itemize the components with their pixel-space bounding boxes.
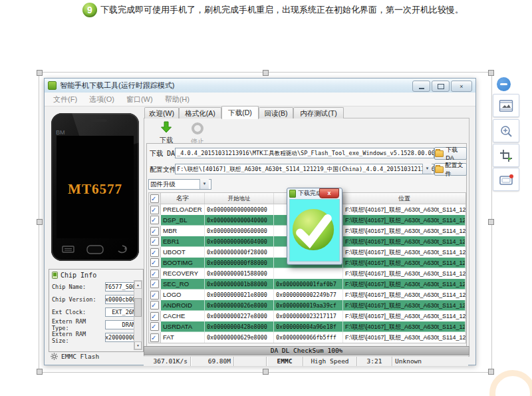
checkbox-checked-icon[interactable] (150, 322, 159, 331)
selection-handle[interactable] (37, 70, 43, 76)
dialog-close-button[interactable]: x (319, 188, 339, 198)
chevron-down-icon[interactable]: ▼ (200, 179, 209, 189)
checkbox-checked-icon[interactable] (150, 301, 159, 309)
maximize-icon (438, 84, 444, 89)
table-row[interactable]: LOGO0x00000000021e80000x0000000002249b77… (149, 290, 466, 300)
row-checkbox-cell (149, 332, 161, 343)
table-cell-name: DSP_BL (161, 215, 205, 226)
crop-button[interactable] (493, 144, 519, 167)
close-button[interactable]: × (451, 81, 472, 92)
image-preview-button[interactable] (493, 94, 519, 117)
checkbox-checked-icon[interactable] (150, 237, 159, 246)
table-row[interactable]: ANDROID0x00000000026e80000x0000000019aa3… (149, 300, 466, 311)
table-cell-loc: F:\联想\[40167]_联想_A630t_A630t_S114_121219… (343, 226, 466, 236)
chip-field-value[interactable]: EXT_26M (105, 307, 137, 317)
da-path-input[interactable]: _4.0.4_20151031213916\MTK工具教程驱动\SP_Flash… (175, 148, 434, 158)
collapse-minus-button[interactable] (497, 77, 511, 91)
status-cell-1: 69.80M (191, 357, 234, 366)
table-cell-start: 0x00000000428e8000 (205, 321, 274, 332)
table-cell-name: RECOVERY (161, 268, 205, 279)
instruction-line: 9 下载完成即可使用手机了，刷机完成手机重启，出现系统正在初始化界面，第一次开机… (82, 3, 464, 17)
selection-handle[interactable] (263, 369, 269, 375)
table-row[interactable]: RECOVERY0x0000000001588000F:\联想\[40167]_… (149, 268, 466, 279)
table-cell-start: 0x00000000629e8000 (205, 332, 274, 343)
table-row[interactable]: SEC_RO0x0000000001b880000x0000000001faf0… (149, 279, 466, 290)
scroll-up-icon[interactable]: ▲ (134, 281, 142, 289)
checkbox-checked-icon[interactable] (150, 291, 159, 299)
window-title: 智能手机下载工具(运行时跟踪模式) (60, 81, 174, 91)
phone-watermark-text: BM (56, 129, 65, 136)
tab-1[interactable]: 格式化(A) (179, 107, 221, 118)
scatter-path-combo[interactable]: F:\联想\[40167]_联想_A630t_A630t_S114_121219… (175, 164, 434, 174)
table-cell-start: 0x0000000001b88000 (205, 279, 274, 290)
checkbox-checked-icon[interactable] (150, 194, 159, 203)
table-cell-name: SEC_RO (161, 279, 205, 290)
screenshot-button[interactable] (493, 168, 519, 191)
table-row[interactable]: USRDATA0x00000000428e80000x000000004a96e… (149, 321, 466, 332)
close-icon: × (460, 83, 463, 90)
tab-4[interactable]: 内存测试(T) (293, 107, 344, 118)
minimize-button[interactable] (412, 81, 430, 92)
selection-handle[interactable] (37, 369, 43, 375)
step-number-badge: 9 (82, 3, 97, 17)
table-row[interactable]: CACHE0x00000000227e80000x000000002321711… (149, 311, 466, 321)
checkbox-checked-icon[interactable] (150, 333, 159, 342)
checkbox-checked-icon[interactable] (150, 216, 159, 224)
chip-field-label: Chip Version: (52, 296, 105, 303)
selection-handle[interactable] (488, 219, 494, 225)
checkbox-checked-icon[interactable] (150, 270, 159, 278)
window-titlebar[interactable]: 智能手机下载工具(运行时跟踪模式) (45, 79, 475, 93)
download-button[interactable]: 下载 (151, 121, 182, 145)
table-cell-name: UBOOT (161, 247, 205, 258)
selection-handle[interactable] (488, 70, 494, 76)
chevron-down-icon[interactable]: ▼ (422, 164, 432, 174)
table-cell-loc: F:\联想\[40167]_联想_A630t_A630t_S114_121219… (343, 247, 466, 258)
tab-3[interactable]: 回读(B) (259, 107, 293, 118)
checksum-progress-bar: DA DL CheckSum 100% (144, 346, 469, 355)
dialog-title: 下载完成 (298, 189, 322, 198)
menu-item-2[interactable]: 窗口(W) (120, 93, 159, 106)
da-browse-button[interactable]: 下载 DA (434, 147, 467, 160)
checkbox-checked-icon[interactable] (150, 206, 159, 214)
zoom-in-button[interactable] (493, 119, 519, 142)
app-icon (48, 81, 57, 90)
table-row[interactable]: FAT0x00000000629e80000x0000000066fb5fffF… (149, 332, 466, 343)
selection-handle[interactable] (488, 369, 494, 375)
checkbox-checked-icon[interactable] (150, 280, 159, 288)
tab-2[interactable]: 下载(D) (221, 106, 259, 119)
selection-handle[interactable] (37, 219, 43, 225)
scroll-down-icon[interactable]: ▼ (134, 341, 142, 349)
chip-scrollbar[interactable]: ▲ ▼ (134, 280, 142, 350)
maximize-button[interactable] (432, 81, 450, 92)
menu-item-0[interactable]: 文件(F) (47, 93, 83, 106)
table-cell-name: BOOTIMG (161, 258, 205, 268)
chip-field-value[interactable]: 0x20000000 (105, 333, 137, 342)
table-cell-end: 0x0000000002249b77 (274, 290, 343, 300)
row-checkbox-cell (149, 247, 161, 258)
table-cell-loc: F:\联想\[40167]_联想_A630t_A630t_S114_121219… (343, 204, 466, 215)
gear-icon (51, 353, 58, 360)
table-cell-name: MBR (161, 226, 205, 236)
dialog-body (289, 199, 340, 262)
chip-field-value[interactable]: MT6577_S00 (105, 282, 137, 292)
chip-field-value[interactable]: 0x0000cb00 (105, 295, 137, 304)
corner-watermark (489, 370, 532, 396)
selection-handle[interactable] (263, 70, 269, 76)
chip-field-value[interactable]: DRAM (105, 320, 137, 329)
status-cell-4: High Speed (303, 357, 357, 366)
table-cell-start: 0x00000000021e8000 (205, 290, 274, 300)
chip-info-panel: Chip Info Chip Name:MT6577_S00Chip Versi… (49, 269, 144, 352)
scroll-thumb[interactable] (134, 298, 142, 317)
checkbox-checked-icon[interactable] (150, 312, 159, 321)
checkbox-checked-icon[interactable] (150, 227, 159, 236)
menu-item-1[interactable]: 选项(O) (83, 93, 120, 106)
table-cell-loc: F:\联想\[40167]_联想_A630t_A630t_S114_121219… (343, 279, 466, 290)
checkbox-checked-icon[interactable] (150, 258, 159, 267)
table-cell-loc: F:\联想\[40167]_联想_A630t_A630t_S114_121219… (343, 332, 466, 343)
menu-item-3[interactable]: 帮助(H) (159, 93, 196, 106)
tab-0[interactable]: 欢迎(W) (144, 107, 179, 118)
table-cell-loc: F:\联想\[40167]_联想_A630t_A630t_S114_121219… (343, 300, 466, 311)
scatter-browse-button[interactable]: 配置文件 (434, 163, 467, 176)
status-cell-2 (234, 357, 267, 366)
checkbox-checked-icon[interactable] (150, 248, 159, 257)
